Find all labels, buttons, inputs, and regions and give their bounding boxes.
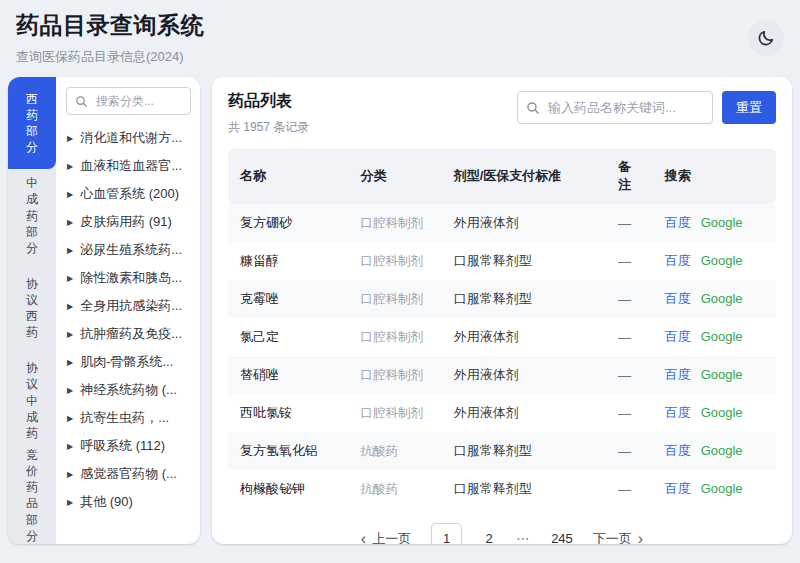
drug-list-panel: 药品列表 共 1957 条记录 重置 <box>212 77 792 544</box>
category-item[interactable]: ▶神经系统药物 (... <box>66 376 191 404</box>
page-number-245[interactable]: 245 <box>551 531 573 544</box>
baidu-search-link[interactable]: 百度 <box>665 443 691 458</box>
baidu-search-link[interactable]: 百度 <box>665 329 691 344</box>
category-item[interactable]: ▶呼吸系统 (112) <box>66 432 191 460</box>
category-cell: 抗酸药 <box>349 432 442 470</box>
page-subtitle: 查询医保药品目录信息(2024) <box>16 48 204 66</box>
tab-label-char: 药 <box>26 425 38 441</box>
dosage-form-cell: 口服常释剂型 <box>442 432 606 470</box>
google-search-link[interactable]: Google <box>701 481 743 496</box>
category-label: 血液和造血器官... <box>80 157 182 175</box>
triangle-right-icon: ▶ <box>67 190 73 199</box>
tab-label-char: 药 <box>26 208 38 224</box>
triangle-right-icon: ▶ <box>67 162 73 171</box>
baidu-search-link[interactable]: 百度 <box>665 291 691 306</box>
drug-name-cell: 糠甾醇 <box>228 242 349 280</box>
panel-header: 药品列表 共 1957 条记录 重置 <box>228 91 776 136</box>
moon-icon <box>757 29 775 47</box>
baidu-search-link[interactable]: 百度 <box>665 367 691 382</box>
category-label: 心血管系统 (200) <box>80 185 179 203</box>
sidebar-tab-中成药部分[interactable]: 中成药部分 <box>8 169 56 261</box>
baidu-search-link[interactable]: 百度 <box>665 215 691 230</box>
drug-table-head: 名称分类剂型/医保支付标准备注搜索 <box>228 148 776 204</box>
panel-title-block: 药品列表 共 1957 条记录 <box>228 91 309 136</box>
category-list: ▶消化道和代谢方...▶血液和造血器官...▶心血管系统 (200)▶皮肤病用药… <box>66 124 191 516</box>
category-item[interactable]: ▶感觉器官药物 (... <box>66 460 191 488</box>
next-page-button[interactable]: 下一页 › <box>593 530 643 545</box>
category-item[interactable]: ▶肌肉-骨骼系统... <box>66 348 191 376</box>
triangle-right-icon: ▶ <box>67 442 73 451</box>
drug-name-cell: 枸橼酸铋钾 <box>228 470 349 508</box>
google-search-link[interactable]: Google <box>701 367 743 382</box>
category-label: 消化道和代谢方... <box>80 129 182 147</box>
sidebar-tab-协议西药[interactable]: 协议西药 <box>8 262 56 354</box>
category-cell: 抗酸药 <box>349 470 442 508</box>
drug-search-row: 重置 <box>517 91 776 124</box>
category-item[interactable]: ▶心血管系统 (200) <box>66 180 191 208</box>
category-cell: 口腔科制剂 <box>349 280 442 318</box>
category-item[interactable]: ▶泌尿生殖系统药... <box>66 236 191 264</box>
table-row: 西吡氯铵口腔科制剂外用液体剂—百度Google <box>228 394 776 432</box>
sidebar-tab-协议中成药[interactable]: 协议中成药 <box>8 354 56 446</box>
google-search-link[interactable]: Google <box>701 443 743 458</box>
reset-button[interactable]: 重置 <box>722 91 776 124</box>
google-search-link[interactable]: Google <box>701 329 743 344</box>
dosage-form-cell: 口服常释剂型 <box>442 242 606 280</box>
search-links-cell: 百度Google <box>653 394 776 432</box>
triangle-right-icon: ▶ <box>67 246 73 255</box>
google-search-link[interactable]: Google <box>701 405 743 420</box>
theme-toggle-button[interactable] <box>748 20 784 56</box>
sidebar-tab-西药部分[interactable]: 西药部分 <box>8 77 56 169</box>
sidebar-tab-竞价药品部分[interactable]: 竞价药品部分 <box>8 447 56 544</box>
google-search-link[interactable]: Google <box>701 291 743 306</box>
tab-label-char: 分 <box>26 240 38 256</box>
category-item[interactable]: ▶皮肤病用药 (91) <box>66 208 191 236</box>
category-label: 神经系统药物 (... <box>80 381 177 399</box>
category-search-box <box>66 87 191 115</box>
baidu-search-link[interactable]: 百度 <box>665 405 691 420</box>
tab-label-char: 成 <box>26 191 38 207</box>
category-item[interactable]: ▶血液和造血器官... <box>66 152 191 180</box>
page-number-1[interactable]: 1 <box>431 523 462 544</box>
dosage-form-cell: 外用液体剂 <box>442 394 606 432</box>
category-item[interactable]: ▶抗寄生虫药，... <box>66 404 191 432</box>
baidu-search-link[interactable]: 百度 <box>665 481 691 496</box>
category-item[interactable]: ▶全身用抗感染药... <box>66 292 191 320</box>
triangle-right-icon: ▶ <box>67 470 73 479</box>
tab-label-char: 分 <box>26 139 38 155</box>
triangle-right-icon: ▶ <box>67 414 73 423</box>
drug-name-cell: 氯己定 <box>228 318 349 356</box>
dosage-form-cell: 外用液体剂 <box>442 318 606 356</box>
category-search-input[interactable] <box>94 93 182 109</box>
tab-label-char: 药 <box>26 107 38 123</box>
category-item[interactable]: ▶除性激素和胰岛... <box>66 264 191 292</box>
page-number-group: 12⋯245 <box>431 523 573 544</box>
category-cell: 口腔科制剂 <box>349 318 442 356</box>
triangle-right-icon: ▶ <box>67 134 73 143</box>
triangle-right-icon: ▶ <box>67 274 73 283</box>
baidu-search-link[interactable]: 百度 <box>665 253 691 268</box>
note-cell: — <box>606 280 653 318</box>
category-item[interactable]: ▶抗肿瘤药及免疫... <box>66 320 191 348</box>
drug-search-input[interactable] <box>546 99 704 116</box>
prev-page-button[interactable]: ‹ 上一页 <box>361 530 411 545</box>
dosage-form-cell: 外用液体剂 <box>442 356 606 394</box>
panel-title: 药品列表 <box>228 91 309 112</box>
category-label: 全身用抗感染药... <box>80 297 182 315</box>
chevron-right-icon: › <box>638 531 643 545</box>
tab-label-char: 价 <box>26 463 38 479</box>
google-search-link[interactable]: Google <box>701 253 743 268</box>
triangle-right-icon: ▶ <box>67 302 73 311</box>
column-header: 备注 <box>606 148 653 204</box>
google-search-link[interactable]: Google <box>701 215 743 230</box>
category-item[interactable]: ▶其他 (90) <box>66 488 191 516</box>
category-label: 泌尿生殖系统药... <box>80 241 182 259</box>
table-row: 替硝唑口腔科制剂外用液体剂—百度Google <box>228 356 776 394</box>
record-count: 共 1957 条记录 <box>228 119 309 136</box>
next-page-label: 下一页 <box>593 530 632 545</box>
category-label: 感觉器官药物 (... <box>80 465 177 483</box>
dosage-form-cell: 外用液体剂 <box>442 204 606 242</box>
category-item[interactable]: ▶消化道和代谢方... <box>66 124 191 152</box>
drug-table: 名称分类剂型/医保支付标准备注搜索 复方硼砂口腔科制剂外用液体剂—百度Googl… <box>228 148 776 508</box>
page-number-2[interactable]: 2 <box>482 531 496 544</box>
